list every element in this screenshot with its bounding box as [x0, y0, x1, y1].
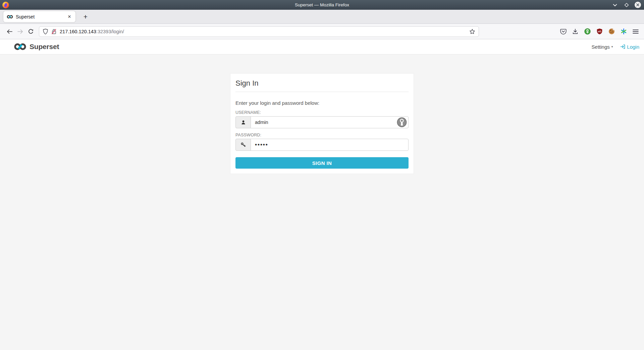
password-label: PASSWORD: — [235, 133, 409, 137]
panel-title: Sign In — [235, 79, 409, 88]
login-link[interactable]: Login — [620, 44, 639, 50]
superset-favicon — [7, 15, 13, 19]
window-titlebar: Superset — Mozilla Firefox — [0, 0, 644, 10]
menu-icon[interactable] — [631, 27, 641, 37]
panel-heading: Sign In — [230, 74, 414, 92]
superset-navbar: Superset Settings ▾ Login — [0, 39, 644, 54]
url-path: :32393/login/ — [96, 29, 124, 34]
login-instruction: Enter your login and password below: — [235, 100, 409, 106]
forward-icon[interactable] — [15, 27, 25, 37]
toolbar-extensions-area: uO — [558, 27, 641, 37]
window-title: Superset — Mozilla Firefox — [0, 2, 644, 7]
back-icon[interactable] — [4, 27, 15, 37]
extension-green-icon[interactable] — [582, 27, 592, 37]
maximize-icon[interactable] — [623, 2, 630, 8]
url-text: 217.160.120.143:32393/login/ — [60, 29, 124, 34]
settings-menu[interactable]: Settings ▾ — [592, 44, 613, 50]
superset-logo-icon — [13, 43, 27, 51]
sign-in-button[interactable]: SIGN IN — [235, 157, 409, 169]
brand-title: Superset — [30, 43, 59, 51]
tab-superset[interactable]: Superset ✕ — [3, 11, 75, 22]
cookie-extension-icon[interactable] — [606, 27, 616, 37]
settings-label: Settings — [592, 44, 610, 50]
caret-down-icon: ▾ — [611, 45, 613, 48]
ublock-icon[interactable]: uO — [594, 27, 604, 37]
browser-toolbar: 217.160.120.143:32393/login/ uO — [0, 24, 644, 39]
username-label: USERNAME: — [235, 110, 409, 115]
superset-brand[interactable]: Superset — [13, 43, 59, 51]
login-label: Login — [627, 44, 639, 50]
page-content: Sign In Enter your login and password be… — [0, 73, 644, 350]
new-tab-icon[interactable]: + — [81, 12, 90, 21]
firefox-logo-icon — [2, 2, 9, 8]
login-icon — [620, 44, 626, 49]
username-input-group — [235, 116, 409, 128]
bookmark-star-icon[interactable] — [469, 29, 475, 35]
extension-asterisk-icon[interactable] — [619, 27, 629, 37]
navbar-right: Settings ▾ Login — [592, 44, 641, 50]
reload-icon[interactable] — [25, 27, 36, 37]
tab-strip: Superset ✕ + — [0, 10, 644, 24]
url-bar[interactable]: 217.160.120.143:32393/login/ — [39, 26, 479, 37]
password-input[interactable] — [251, 139, 409, 151]
key-icon — [235, 139, 251, 151]
downloads-icon[interactable] — [570, 27, 580, 37]
tab-title: Superset — [16, 14, 63, 19]
password-input-group — [235, 139, 409, 151]
insecure-lock-icon[interactable] — [51, 29, 57, 35]
minimize-icon[interactable] — [612, 2, 618, 8]
pocket-icon[interactable] — [558, 27, 568, 37]
panel-title-divider — [235, 92, 409, 92]
tab-close-icon[interactable]: ✕ — [66, 13, 73, 20]
username-input[interactable] — [251, 116, 409, 128]
url-host: 217.160.120.143 — [60, 29, 96, 34]
window-controls — [612, 2, 644, 8]
user-icon — [235, 116, 251, 128]
shield-icon[interactable] — [43, 29, 48, 35]
panel-body: Enter your login and password below: USE… — [230, 100, 414, 174]
password-manager-icon[interactable] — [397, 117, 407, 127]
svg-text:uO: uO — [598, 30, 601, 33]
close-icon[interactable] — [635, 2, 641, 8]
sign-in-panel: Sign In Enter your login and password be… — [230, 73, 414, 174]
